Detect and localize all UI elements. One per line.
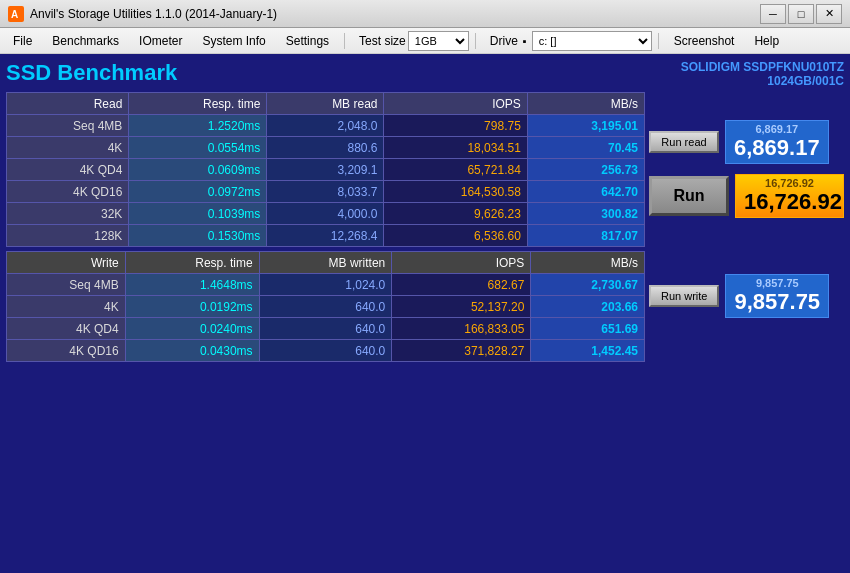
- menu-separator-1: [344, 33, 345, 49]
- total-score-box: 16,726.92 16,726.92: [735, 174, 844, 218]
- test-size-label: Test size: [359, 34, 406, 48]
- menu-benchmarks[interactable]: Benchmarks: [43, 30, 128, 52]
- run-read-button[interactable]: Run read: [649, 131, 719, 153]
- table-row: 128K 0.1530ms 12,268.4 6,536.60 817.07: [7, 225, 645, 247]
- write-table: Write Resp. time MB written IOPS MB/s Se…: [6, 251, 645, 362]
- table-row: 4K QD4 0.0609ms 3,209.1 65,721.84 256.73: [7, 159, 645, 181]
- read-col-label: Read: [7, 93, 129, 115]
- iops-col-w: IOPS: [392, 252, 531, 274]
- write-score-small: 9,857.75: [734, 277, 820, 289]
- mb-read-col: MB read: [267, 93, 384, 115]
- drive-icon: ▪: [523, 35, 527, 47]
- table-row: 4K QD4 0.0240ms 640.0 166,833.05 651.69: [7, 318, 645, 340]
- benchmark-title: SSD Benchmark: [6, 60, 177, 86]
- run-read-row: Run read 6,869.17 6,869.17: [649, 120, 844, 164]
- iops-col: IOPS: [384, 93, 527, 115]
- run-read-section: Run read 6,869.17 6,869.17: [649, 92, 844, 164]
- run-write-button[interactable]: Run write: [649, 285, 719, 307]
- read-table: Read Resp. time MB read IOPS MB/s Seq 4M…: [6, 92, 645, 247]
- total-score-small: 16,726.92: [744, 177, 835, 189]
- benchmark-header: SSD Benchmark SOLIDIGM SSDPFKNU010TZ 102…: [6, 60, 844, 88]
- drive-select[interactable]: c: []: [532, 31, 652, 51]
- menu-screenshot[interactable]: Screenshot: [665, 30, 744, 52]
- menu-separator-3: [658, 33, 659, 49]
- title-bar-text: Anvil's Storage Utilities 1.1.0 (2014-Ja…: [30, 7, 760, 21]
- table-row: Seq 4MB 1.4648ms 1,024.0 682.67 2,730.67: [7, 274, 645, 296]
- menu-help[interactable]: Help: [745, 30, 788, 52]
- run-write-row: Run write 9,857.75 9,857.75: [649, 274, 844, 318]
- menu-bar: File Benchmarks IOmeter System Info Sett…: [0, 28, 850, 54]
- run-total-row: Run 16,726.92 16,726.92: [649, 174, 844, 218]
- table-row: 4K QD16 0.0972ms 8,033.7 164,530.58 642.…: [7, 181, 645, 203]
- read-score-large: 6,869.17: [734, 135, 820, 161]
- right-panel: Run read 6,869.17 6,869.17 Run 16,726.92…: [649, 92, 844, 362]
- mbs-col: MB/s: [527, 93, 644, 115]
- test-size-select[interactable]: 1GB 4GB 64MB 256MB: [408, 31, 469, 51]
- resp-time-col: Resp. time: [129, 93, 267, 115]
- resp-time-col-w: Resp. time: [125, 252, 259, 274]
- menu-separator-2: [475, 33, 476, 49]
- table-row: 32K 0.1039ms 4,000.0 9,626.23 300.82: [7, 203, 645, 225]
- table-row: 4K 0.0554ms 880.6 18,034.51 70.45: [7, 137, 645, 159]
- drive-info-line1: SOLIDIGM SSDPFKNU010TZ: [681, 60, 844, 74]
- svg-text:A: A: [11, 9, 18, 20]
- write-score-box: 9,857.75 9,857.75: [725, 274, 829, 318]
- total-score-large: 16,726.92: [744, 189, 835, 215]
- mbs-col-w: MB/s: [531, 252, 645, 274]
- menu-file[interactable]: File: [4, 30, 41, 52]
- drive-info-line2: 1024GB/001C: [681, 74, 844, 88]
- menu-settings[interactable]: Settings: [277, 30, 338, 52]
- write-score-large: 9,857.75: [734, 289, 820, 315]
- read-score-box: 6,869.17 6,869.17: [725, 120, 829, 164]
- table-row: 4K 0.0192ms 640.0 52,137.20 203.66: [7, 296, 645, 318]
- table-row: Seq 4MB 1.2520ms 2,048.0 798.75 3,195.01: [7, 115, 645, 137]
- menu-iometer[interactable]: IOmeter: [130, 30, 191, 52]
- table-row: 4K QD16 0.0430ms 640.0 371,828.27 1,452.…: [7, 340, 645, 362]
- run-button[interactable]: Run: [649, 176, 729, 216]
- maximize-button[interactable]: □: [788, 4, 814, 24]
- drive-info: SOLIDIGM SSDPFKNU010TZ 1024GB/001C: [681, 60, 844, 88]
- write-col-label: Write: [7, 252, 126, 274]
- minimize-button[interactable]: ─: [760, 4, 786, 24]
- close-button[interactable]: ✕: [816, 4, 842, 24]
- drive-label: Drive: [490, 34, 518, 48]
- app-icon: A: [8, 6, 24, 22]
- read-score-small: 6,869.17: [734, 123, 820, 135]
- menu-system-info[interactable]: System Info: [193, 30, 274, 52]
- mb-written-col: MB written: [259, 252, 392, 274]
- tables-panel: Read Resp. time MB read IOPS MB/s Seq 4M…: [6, 92, 645, 362]
- title-bar: A Anvil's Storage Utilities 1.1.0 (2014-…: [0, 0, 850, 28]
- title-bar-buttons: ─ □ ✕: [760, 4, 842, 24]
